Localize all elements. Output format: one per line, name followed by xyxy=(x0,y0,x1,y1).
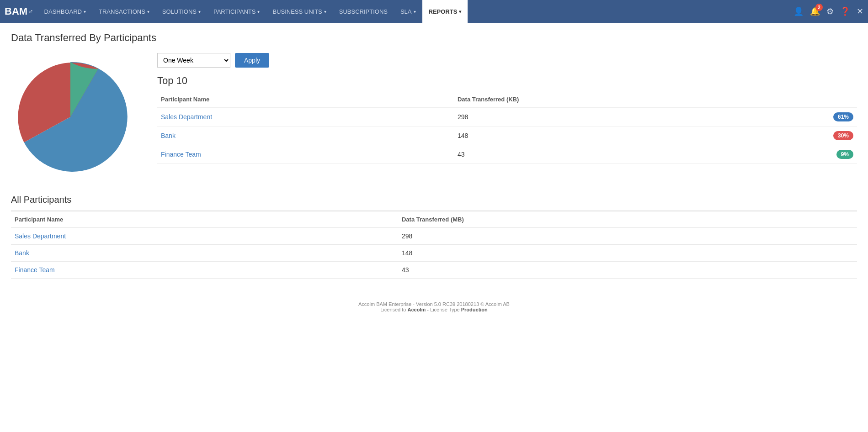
navbar: BAM♂ DASHBOARD ▾TRANSACTIONS ▾SOLUTIONS … xyxy=(0,0,868,23)
nav-item-participants[interactable]: PARTICIPANTS ▾ xyxy=(207,0,266,23)
gear-icon[interactable]: ⚙ xyxy=(826,6,834,16)
notification-badge: 2 xyxy=(815,4,823,11)
all-participants-title: All Participants xyxy=(11,195,857,205)
data-value: 148 xyxy=(398,245,857,262)
data-value: 43 xyxy=(398,262,857,279)
nav-item-sla[interactable]: SLA ▾ xyxy=(394,0,422,23)
user-icon[interactable]: 👤 xyxy=(793,6,804,16)
all-participants-table: Participant Name Data Transferred (MB) S… xyxy=(11,211,857,279)
table-row: Sales Department 298 61% xyxy=(157,108,857,126)
nav-item-subscriptions[interactable]: SUBSCRIPTIONS xyxy=(333,0,394,23)
pie-chart xyxy=(11,53,130,176)
bell-icon[interactable]: 🔔 2 xyxy=(810,6,820,16)
top10-tbody: Sales Department 298 61% Bank 148 30% Fi… xyxy=(157,108,857,164)
percent-badge: 61% xyxy=(833,112,853,121)
top10-title: Top 10 xyxy=(157,75,857,87)
nav-item-transactions[interactable]: TRANSACTIONS ▾ xyxy=(92,0,156,23)
col-data-transferred-kb: Data Transferred (KB) xyxy=(454,91,802,108)
top10-section: One WeekOne MonthThree MonthsSix MonthsO… xyxy=(157,53,857,176)
top10-header-row: Participant Name Data Transferred (KB) xyxy=(157,91,857,108)
nav-right: 👤 🔔 2 ⚙ ❓ ✕ xyxy=(793,6,863,16)
percent-cell: 30% xyxy=(802,126,857,145)
participant-link[interactable]: Sales Department xyxy=(161,113,212,121)
brand-symbol: ♂ xyxy=(28,8,33,15)
help-icon[interactable]: ❓ xyxy=(840,6,850,16)
pie-chart-container xyxy=(11,53,139,176)
footer-suffix: - License Type xyxy=(426,307,461,312)
table-row: Finance Team 43 9% xyxy=(157,145,857,164)
percent-badge: 30% xyxy=(833,131,853,140)
page-title: Data Transferred By Participants xyxy=(11,32,857,44)
table-row: Bank 148 xyxy=(11,245,857,262)
data-value: 43 xyxy=(454,145,802,164)
participant-link[interactable]: Sales Department xyxy=(15,232,66,240)
percent-cell: 9% xyxy=(802,145,857,164)
all-participants-section: All Participants Participant Name Data T… xyxy=(11,195,857,279)
footer-license-type: Production xyxy=(461,307,488,312)
caret-icon: ▾ xyxy=(198,9,201,14)
close-icon[interactable]: ✕ xyxy=(857,6,863,16)
nav-item-business-units[interactable]: BUSINESS UNITS ▾ xyxy=(266,0,332,23)
nav-item-reports[interactable]: REPORTS ▾ xyxy=(422,0,468,23)
footer-licensed-prefix: Licensed to xyxy=(380,307,407,312)
data-value: 298 xyxy=(454,108,802,126)
table-row: Sales Department 298 xyxy=(11,228,857,245)
brand-name: BAM xyxy=(5,5,27,17)
all-col-participant: Participant Name xyxy=(11,211,398,228)
top10-table: Participant Name Data Transferred (KB) S… xyxy=(157,91,857,164)
nav-item-dashboard[interactable]: DASHBOARD ▾ xyxy=(38,0,92,23)
caret-icon: ▾ xyxy=(147,9,149,14)
main-content: Data Transferred By Participants One Wee… xyxy=(0,23,868,432)
all-col-data-transferred: Data Transferred (MB) xyxy=(398,211,857,228)
caret-icon: ▾ xyxy=(459,9,461,14)
participant-link[interactable]: Finance Team xyxy=(15,266,55,274)
participant-link[interactable]: Bank xyxy=(15,249,29,257)
nav-items: DASHBOARD ▾TRANSACTIONS ▾SOLUTIONS ▾PART… xyxy=(38,0,793,23)
caret-icon: ▾ xyxy=(84,9,86,14)
all-header-row: Participant Name Data Transferred (MB) xyxy=(11,211,857,228)
percent-cell: 61% xyxy=(802,108,857,126)
nav-item-solutions[interactable]: SOLUTIONS ▾ xyxy=(156,0,207,23)
footer: Accolm BAM Enterprise - Version 5.0 RC39… xyxy=(11,292,857,321)
apply-button[interactable]: Apply xyxy=(235,53,269,68)
brand-logo[interactable]: BAM♂ xyxy=(5,5,33,17)
all-tbody: Sales Department 298 Bank 148 Finance Te… xyxy=(11,228,857,279)
filter-row: One WeekOne MonthThree MonthsSix MonthsO… xyxy=(157,53,857,68)
participant-link[interactable]: Finance Team xyxy=(161,151,201,158)
footer-company: Accolm xyxy=(408,307,426,312)
caret-icon: ▾ xyxy=(324,9,326,14)
caret-icon: ▾ xyxy=(257,9,260,14)
footer-line2: Licensed to Accolm - License Type Produc… xyxy=(20,307,848,312)
table-row: Bank 148 30% xyxy=(157,126,857,145)
footer-line1: Accolm BAM Enterprise - Version 5.0 RC39… xyxy=(20,301,848,307)
participant-link[interactable]: Bank xyxy=(161,132,176,139)
table-row: Finance Team 43 xyxy=(11,262,857,279)
data-value: 298 xyxy=(398,228,857,245)
col-percent xyxy=(802,91,857,108)
col-participant-name: Participant Name xyxy=(157,91,454,108)
caret-icon: ▾ xyxy=(414,9,416,14)
period-select[interactable]: One WeekOne MonthThree MonthsSix MonthsO… xyxy=(157,53,230,68)
top-section: One WeekOne MonthThree MonthsSix MonthsO… xyxy=(11,53,857,176)
data-value: 148 xyxy=(454,126,802,145)
percent-badge: 9% xyxy=(836,150,853,159)
